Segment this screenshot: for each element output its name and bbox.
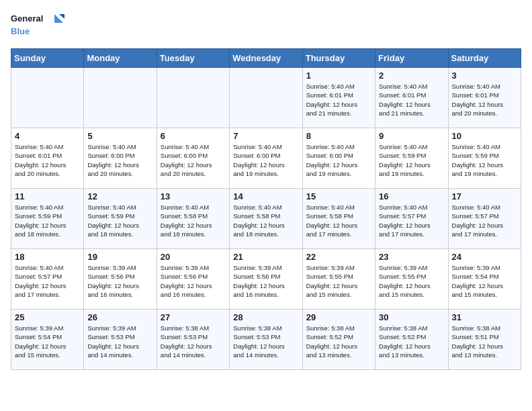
day-info: Sunrise: 5:40 AM Sunset: 5:57 PM Dayligh… <box>379 203 444 238</box>
day-info: Sunrise: 5:39 AM Sunset: 5:56 PM Dayligh… <box>233 263 298 299</box>
day-number: 17 <box>452 191 517 201</box>
day-info: Sunrise: 5:38 AM Sunset: 5:51 PM Dayligh… <box>452 324 517 359</box>
calendar-table: SundayMondayTuesdayWednesdayThursdayFrid… <box>11 48 521 370</box>
calendar-cell: 12Sunrise: 5:40 AM Sunset: 5:59 PM Dayli… <box>84 189 157 249</box>
day-info: Sunrise: 5:39 AM Sunset: 5:53 PM Dayligh… <box>87 324 152 359</box>
day-info: Sunrise: 5:38 AM Sunset: 5:52 PM Dayligh… <box>306 324 371 359</box>
header: General Blue <box>11 11 521 40</box>
day-number: 13 <box>161 191 226 201</box>
header-saturday: Saturday <box>448 49 521 68</box>
day-number: 27 <box>161 312 226 322</box>
day-info: Sunrise: 5:39 AM Sunset: 5:55 PM Dayligh… <box>379 263 444 299</box>
day-info: Sunrise: 5:38 AM Sunset: 5:53 PM Dayligh… <box>233 324 298 359</box>
calendar-cell: 10Sunrise: 5:40 AM Sunset: 5:59 PM Dayli… <box>448 128 521 189</box>
calendar-cell: 27Sunrise: 5:38 AM Sunset: 5:53 PM Dayli… <box>157 310 229 370</box>
day-number: 28 <box>233 312 298 322</box>
calendar-cell: 21Sunrise: 5:39 AM Sunset: 5:56 PM Dayli… <box>230 249 302 310</box>
day-number: 1 <box>306 71 371 81</box>
day-info: Sunrise: 5:40 AM Sunset: 6:01 PM Dayligh… <box>379 82 444 118</box>
day-info: Sunrise: 5:40 AM Sunset: 6:00 PM Dayligh… <box>87 142 152 178</box>
calendar-cell <box>84 68 157 128</box>
day-info: Sunrise: 5:40 AM Sunset: 6:00 PM Dayligh… <box>306 142 371 178</box>
calendar-cell: 13Sunrise: 5:40 AM Sunset: 5:58 PM Dayli… <box>157 189 229 249</box>
calendar-cell <box>157 68 229 128</box>
week-row-1: 1Sunrise: 5:40 AM Sunset: 6:01 PM Daylig… <box>11 68 521 128</box>
day-number: 23 <box>379 252 444 262</box>
week-row-2: 4Sunrise: 5:40 AM Sunset: 6:01 PM Daylig… <box>11 128 521 189</box>
calendar-cell: 8Sunrise: 5:40 AM Sunset: 6:00 PM Daylig… <box>302 128 375 189</box>
day-info: Sunrise: 5:40 AM Sunset: 5:58 PM Dayligh… <box>233 203 298 238</box>
day-number: 25 <box>15 312 80 322</box>
day-info: Sunrise: 5:40 AM Sunset: 5:59 PM Dayligh… <box>452 142 517 178</box>
day-number: 15 <box>306 191 371 201</box>
calendar-cell: 9Sunrise: 5:40 AM Sunset: 5:59 PM Daylig… <box>375 128 448 189</box>
day-number: 2 <box>379 71 444 81</box>
day-number: 6 <box>161 131 226 141</box>
calendar-cell: 31Sunrise: 5:38 AM Sunset: 5:51 PM Dayli… <box>448 310 521 370</box>
day-number: 7 <box>233 131 298 141</box>
day-info: Sunrise: 5:39 AM Sunset: 5:55 PM Dayligh… <box>306 263 371 299</box>
calendar-cell: 18Sunrise: 5:40 AM Sunset: 5:57 PM Dayli… <box>11 249 84 310</box>
day-info: Sunrise: 5:39 AM Sunset: 5:54 PM Dayligh… <box>15 324 80 359</box>
calendar-cell: 7Sunrise: 5:40 AM Sunset: 6:00 PM Daylig… <box>230 128 302 189</box>
day-info: Sunrise: 5:40 AM Sunset: 6:01 PM Dayligh… <box>452 82 517 118</box>
day-number: 30 <box>379 312 444 322</box>
day-info: Sunrise: 5:40 AM Sunset: 6:00 PM Dayligh… <box>161 142 226 178</box>
day-info: Sunrise: 5:39 AM Sunset: 5:54 PM Dayligh… <box>452 263 517 299</box>
calendar-cell: 20Sunrise: 5:39 AM Sunset: 5:56 PM Dayli… <box>157 249 229 310</box>
calendar-cell: 1Sunrise: 5:40 AM Sunset: 6:01 PM Daylig… <box>302 68 375 128</box>
day-info: Sunrise: 5:38 AM Sunset: 5:53 PM Dayligh… <box>161 324 226 359</box>
svg-text:Blue: Blue <box>11 26 30 36</box>
day-number: 16 <box>379 191 444 201</box>
day-number: 9 <box>379 131 444 141</box>
week-row-3: 11Sunrise: 5:40 AM Sunset: 5:59 PM Dayli… <box>11 189 521 249</box>
calendar-cell: 26Sunrise: 5:39 AM Sunset: 5:53 PM Dayli… <box>84 310 157 370</box>
calendar-cell <box>230 68 302 128</box>
day-number: 21 <box>233 252 298 262</box>
day-number: 31 <box>452 312 517 322</box>
calendar-cell: 28Sunrise: 5:38 AM Sunset: 5:53 PM Dayli… <box>230 310 302 370</box>
calendar-cell: 17Sunrise: 5:40 AM Sunset: 5:57 PM Dayli… <box>448 189 521 249</box>
day-info: Sunrise: 5:39 AM Sunset: 5:56 PM Dayligh… <box>87 263 152 299</box>
week-row-4: 18Sunrise: 5:40 AM Sunset: 5:57 PM Dayli… <box>11 249 521 310</box>
calendar-cell: 5Sunrise: 5:40 AM Sunset: 6:00 PM Daylig… <box>84 128 157 189</box>
header-row: SundayMondayTuesdayWednesdayThursdayFrid… <box>11 49 521 68</box>
calendar-cell: 23Sunrise: 5:39 AM Sunset: 5:55 PM Dayli… <box>375 249 448 310</box>
header-tuesday: Tuesday <box>157 49 229 68</box>
calendar-cell: 30Sunrise: 5:38 AM Sunset: 5:52 PM Dayli… <box>375 310 448 370</box>
day-info: Sunrise: 5:40 AM Sunset: 5:58 PM Dayligh… <box>161 203 226 238</box>
day-number: 11 <box>15 191 80 201</box>
day-number: 19 <box>87 252 152 262</box>
day-number: 14 <box>233 191 298 201</box>
calendar-cell <box>11 68 84 128</box>
week-row-5: 25Sunrise: 5:39 AM Sunset: 5:54 PM Dayli… <box>11 310 521 370</box>
calendar-cell: 22Sunrise: 5:39 AM Sunset: 5:55 PM Dayli… <box>302 249 375 310</box>
logo-svg: General Blue <box>11 11 71 40</box>
header-friday: Friday <box>375 49 448 68</box>
day-number: 18 <box>15 252 80 262</box>
calendar-cell: 24Sunrise: 5:39 AM Sunset: 5:54 PM Dayli… <box>448 249 521 310</box>
day-info: Sunrise: 5:40 AM Sunset: 6:01 PM Dayligh… <box>15 142 80 178</box>
day-number: 8 <box>306 131 371 141</box>
day-number: 10 <box>452 131 517 141</box>
day-info: Sunrise: 5:40 AM Sunset: 6:01 PM Dayligh… <box>306 82 371 118</box>
svg-text:General: General <box>11 13 43 24</box>
calendar-cell: 29Sunrise: 5:38 AM Sunset: 5:52 PM Dayli… <box>302 310 375 370</box>
day-number: 4 <box>15 131 80 141</box>
header-sunday: Sunday <box>11 49 84 68</box>
day-info: Sunrise: 5:40 AM Sunset: 5:59 PM Dayligh… <box>379 142 444 178</box>
day-number: 29 <box>306 312 371 322</box>
day-info: Sunrise: 5:40 AM Sunset: 5:57 PM Dayligh… <box>452 203 517 238</box>
day-number: 5 <box>87 131 152 141</box>
day-number: 24 <box>452 252 517 262</box>
day-info: Sunrise: 5:38 AM Sunset: 5:52 PM Dayligh… <box>379 324 444 359</box>
day-info: Sunrise: 5:40 AM Sunset: 5:59 PM Dayligh… <box>15 203 80 238</box>
calendar-cell: 15Sunrise: 5:40 AM Sunset: 5:58 PM Dayli… <box>302 189 375 249</box>
calendar-cell: 2Sunrise: 5:40 AM Sunset: 6:01 PM Daylig… <box>375 68 448 128</box>
day-info: Sunrise: 5:40 AM Sunset: 6:00 PM Dayligh… <box>233 142 298 178</box>
header-wednesday: Wednesday <box>230 49 302 68</box>
day-number: 26 <box>87 312 152 322</box>
day-info: Sunrise: 5:40 AM Sunset: 5:59 PM Dayligh… <box>87 203 152 238</box>
day-info: Sunrise: 5:40 AM Sunset: 5:57 PM Dayligh… <box>15 263 80 299</box>
day-number: 3 <box>452 71 517 81</box>
